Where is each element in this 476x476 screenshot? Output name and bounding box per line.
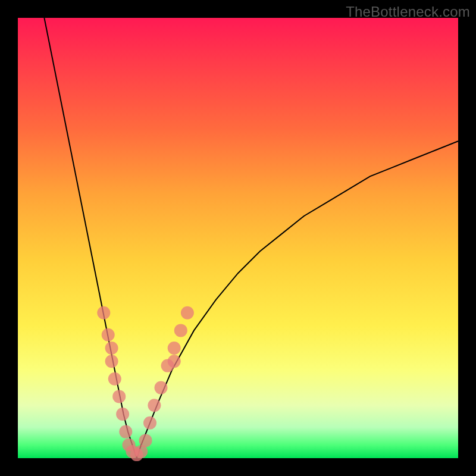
plot-area <box>18 18 458 458</box>
curve-right-branch <box>137 141 458 458</box>
data-point <box>105 342 118 355</box>
data-point <box>139 434 152 447</box>
data-point <box>119 425 132 439</box>
data-point <box>148 399 161 412</box>
data-point <box>102 328 115 342</box>
data-point <box>108 372 121 386</box>
data-points-group <box>97 306 194 461</box>
chart-svg <box>18 18 458 458</box>
data-point <box>168 342 181 355</box>
data-point <box>105 355 118 368</box>
data-point <box>174 324 187 337</box>
data-point <box>97 306 110 320</box>
data-point <box>181 306 194 320</box>
data-point <box>143 416 156 430</box>
data-point <box>155 381 168 394</box>
data-point <box>168 355 181 368</box>
chart-frame: TheBottleneck.com <box>0 0 476 476</box>
data-point <box>116 408 129 421</box>
data-point <box>112 390 126 403</box>
